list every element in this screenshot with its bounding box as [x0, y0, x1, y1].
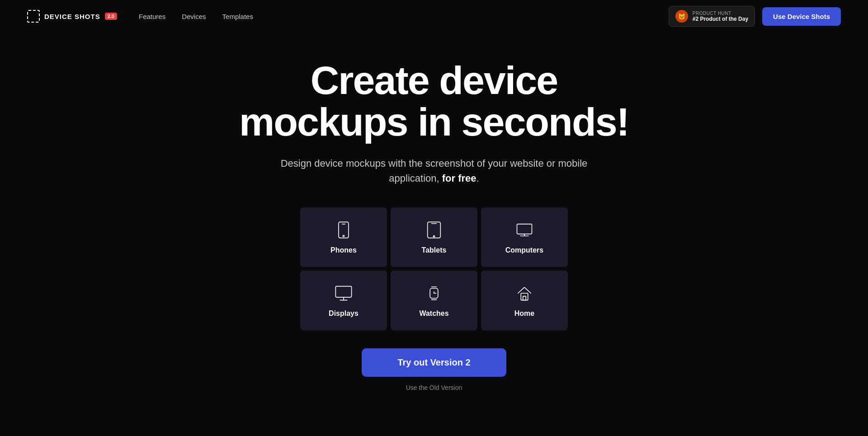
computers-label: Computers — [505, 246, 543, 254]
device-card-displays[interactable]: Displays — [300, 271, 387, 330]
use-device-shots-button[interactable]: Use Device Shots — [762, 7, 841, 26]
svg-rect-18 — [523, 296, 526, 300]
device-card-phones[interactable]: Phones — [300, 207, 387, 267]
product-hunt-icon: 🐱 — [675, 10, 688, 23]
home-icon — [514, 283, 534, 303]
displays-icon — [334, 283, 354, 303]
device-card-computers[interactable]: Computers — [481, 207, 568, 267]
svg-rect-17 — [521, 293, 528, 300]
try-version-button[interactable]: Try out Version 2 — [362, 348, 506, 377]
logo[interactable]: DEVICE SHOTS 2.0 — [27, 10, 117, 23]
hero-subtitle: Design device mockups with the screensho… — [280, 156, 588, 186]
watches-label: Watches — [419, 309, 448, 318]
device-card-home[interactable]: Home — [481, 271, 568, 330]
hero-title: Create device mockups in seconds! — [239, 60, 629, 143]
svg-point-2 — [343, 235, 344, 236]
product-hunt-badge[interactable]: 🐱 PRODUCT HUNT #2 Product of the Day — [669, 6, 755, 27]
hero-section: Create device mockups in seconds! Design… — [0, 33, 868, 409]
nav-features[interactable]: Features — [139, 13, 165, 20]
logo-icon — [27, 10, 40, 23]
product-hunt-rank: #2 Product of the Day — [693, 16, 748, 22]
phones-icon — [334, 220, 354, 240]
hero-title-line2: mockups in seconds! — [239, 99, 629, 144]
old-version-link[interactable]: Use the Old Version — [406, 384, 462, 391]
cta-section: Try out Version 2 Use the Old Version — [362, 348, 506, 391]
logo-text: DEVICE SHOTS — [44, 13, 100, 20]
hero-subtitle-end: . — [476, 173, 479, 184]
svg-rect-9 — [335, 286, 351, 297]
svg-point-5 — [433, 235, 434, 237]
tablets-label: Tablets — [422, 246, 447, 254]
computers-icon — [514, 220, 534, 240]
displays-label: Displays — [329, 309, 359, 318]
product-hunt-label: PRODUCT HUNT — [693, 11, 748, 16]
product-hunt-text: PRODUCT HUNT #2 Product of the Day — [693, 11, 748, 22]
hero-title-line1: Create device — [311, 58, 557, 103]
watches-icon — [424, 283, 444, 303]
svg-rect-6 — [517, 224, 532, 234]
hero-subtitle-plain: Design device mockups with the screensho… — [281, 158, 588, 184]
navbar: DEVICE SHOTS 2.0 Features Devices Templa… — [0, 0, 868, 33]
nav-devices[interactable]: Devices — [182, 13, 206, 20]
nav-links: Features Devices Templates — [139, 13, 669, 20]
phones-label: Phones — [330, 246, 357, 254]
nav-right: 🐱 PRODUCT HUNT #2 Product of the Day Use… — [669, 6, 841, 27]
version-badge: 2.0 — [105, 13, 117, 20]
nav-templates[interactable]: Templates — [222, 13, 253, 20]
device-card-tablets[interactable]: Tablets — [391, 207, 477, 267]
hero-subtitle-bold: for free — [442, 173, 476, 184]
device-card-watches[interactable]: Watches — [391, 271, 477, 330]
tablets-icon — [424, 220, 444, 240]
device-grid: Phones Tablets Computers — [300, 207, 568, 330]
home-label: Home — [514, 309, 534, 318]
